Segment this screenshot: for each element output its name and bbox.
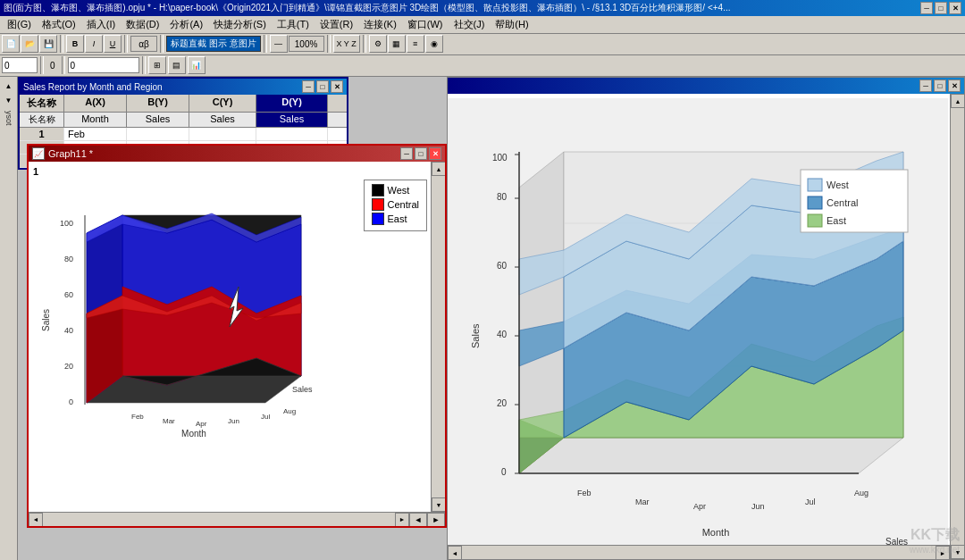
menu-format[interactable]: 格式(O) <box>37 17 81 32</box>
svg-text:Central: Central <box>827 197 858 208</box>
data-window-title-bar[interactable]: Sales Report by Month and Region ─ □ ✕ <box>20 79 347 95</box>
toolbar-more2[interactable]: ▦ <box>388 35 406 53</box>
scroll-up-btn[interactable]: ▲ <box>951 94 965 108</box>
graph11-scroll-up[interactable]: ▲ <box>432 162 445 176</box>
large-chart-scrollbar-h[interactable]: ◄ ► <box>448 545 950 559</box>
data-close[interactable]: ✕ <box>331 80 343 93</box>
cell-1-b[interactable] <box>127 128 189 140</box>
graph11-scroll-track[interactable] <box>432 176 445 497</box>
large-close[interactable]: ✕ <box>948 79 961 92</box>
toolbar-xyz[interactable]: X Y Z <box>333 35 360 53</box>
menu-tools[interactable]: 工具(T) <box>272 17 315 32</box>
graph11-hscroll-right[interactable]: ► <box>395 513 409 527</box>
close-btn[interactable]: ✕ <box>949 2 961 14</box>
svg-rect-42 <box>808 214 822 227</box>
menu-help[interactable]: 帮助(H) <box>490 17 533 32</box>
graph11-scrollbar-v[interactable]: ▲ ▼ <box>431 162 445 512</box>
graph11-scroll-down[interactable]: ▼ <box>432 497 445 512</box>
svg-text:40: 40 <box>64 326 73 335</box>
graph11-controls[interactable]: ─ □ ✕ <box>400 147 441 160</box>
scroll-track-h[interactable] <box>462 546 936 559</box>
toolbar-new-btn[interactable]: 📄 <box>2 35 20 53</box>
col-header-a[interactable]: A(X) <box>64 95 127 112</box>
toolbar-zoom[interactable]: 100% <box>289 36 324 52</box>
data-maximize[interactable]: □ <box>316 80 329 93</box>
toolbar-input-left[interactable]: 0 <box>2 57 38 73</box>
data-window-title-text: Sales Report by Month and Region <box>23 82 163 92</box>
legend-color-central <box>372 198 384 211</box>
large-chart-controls[interactable]: ─ □ ✕ <box>919 79 961 92</box>
graph11-tab-right[interactable]: ► <box>427 513 445 527</box>
svg-text:0: 0 <box>69 397 73 406</box>
toolbar-font-size[interactable]: αβ <box>130 36 157 52</box>
svg-text:Mar: Mar <box>635 497 650 506</box>
large-chart-title-bar[interactable]: ─ □ ✕ <box>448 78 964 94</box>
sidebar-arrow-down[interactable]: ▼ <box>2 93 16 107</box>
toolbar-e1[interactable]: ⊞ <box>148 56 166 74</box>
graph11-window: 📈 Graph11 * ─ □ ✕ 1 <box>27 144 447 528</box>
sidebar-label-ys: ys <box>4 111 13 119</box>
toolbar-open-btn[interactable]: 📂 <box>21 35 38 53</box>
graph11-icon: 📈 <box>32 147 45 160</box>
toolbar-italic-btn[interactable]: I <box>85 35 103 53</box>
maximize-btn[interactable]: □ <box>935 2 947 14</box>
graph11-title-icon: 📈 Graph11 * <box>32 147 93 160</box>
scroll-down-btn[interactable]: ▼ <box>951 545 965 559</box>
col-header-d[interactable]: D(Y) <box>256 95 328 112</box>
graph11-hscroll-left[interactable]: ◄ <box>29 513 43 527</box>
legend-label-west: West <box>388 185 410 196</box>
large-minimize[interactable]: ─ <box>919 79 932 92</box>
svg-text:West: West <box>827 180 849 190</box>
cell-1-month[interactable]: Feb <box>64 128 127 140</box>
menu-quick[interactable]: 快捷分析(S) <box>208 17 272 32</box>
toolbar-sep1 <box>60 35 63 53</box>
menu-data[interactable]: 数据(D) <box>121 17 164 32</box>
scroll-left-btn[interactable]: ◄ <box>448 546 462 560</box>
app-window-controls[interactable]: ─ □ ✕ <box>920 2 961 14</box>
toolbar-e3[interactable]: 📊 <box>188 56 206 74</box>
svg-text:Month: Month <box>181 429 206 439</box>
menu-connect[interactable]: 连接(K) <box>358 17 402 32</box>
sidebar-arrow-up[interactable]: ▲ <box>2 79 16 93</box>
graph11-hscroll-track[interactable] <box>43 513 395 527</box>
legend-item-west: West <box>372 184 419 196</box>
svg-text:Apr: Apr <box>693 502 706 511</box>
cell-1-d[interactable] <box>256 128 328 140</box>
toolbar-more4[interactable]: ◉ <box>425 35 443 53</box>
graph11-tab-left[interactable]: ◄ <box>409 513 427 527</box>
svg-text:Aug: Aug <box>283 407 296 415</box>
graph11-title-bar[interactable]: 📈 Graph11 * ─ □ ✕ <box>29 146 445 162</box>
large-maximize[interactable]: □ <box>934 79 946 92</box>
toolbar-input2[interactable]: 0 <box>68 57 139 73</box>
toolbar-e2[interactable]: ▤ <box>168 56 186 74</box>
menu-insert[interactable]: 插入(I) <box>81 17 121 32</box>
svg-text:80: 80 <box>497 192 508 202</box>
graph11-minimize[interactable]: ─ <box>400 147 413 160</box>
toolbar-line-btn[interactable]: — <box>270 35 288 53</box>
toolbar-area: 📄 📂 💾 B I U αβ 标题直截 图示 意图片 — 100% X Y Z … <box>0 34 965 77</box>
minimize-btn[interactable]: ─ <box>920 2 933 14</box>
small-3d-chart: 0 20 40 60 80 100 Sales Feb Mar Apr Jun … <box>33 171 373 439</box>
large-chart-scrollbar-v[interactable]: ▲ ▼ <box>950 94 964 559</box>
scroll-track-v[interactable] <box>951 108 964 545</box>
menu-analysis[interactable]: 分析(A) <box>164 17 208 32</box>
menu-settings[interactable]: 设置(R) <box>315 17 358 32</box>
col-header-extra <box>328 95 347 112</box>
col-header-b[interactable]: B(Y) <box>127 95 189 112</box>
data-window-controls[interactable]: ─ □ ✕ <box>302 80 343 93</box>
toolbar-more1[interactable]: ⚙ <box>369 35 387 53</box>
toolbar-bold-btn[interactable]: B <box>66 35 84 53</box>
menu-graph[interactable]: 图(G) <box>2 17 37 32</box>
toolbar-underline-btn[interactable]: U <box>104 35 122 53</box>
data-minimize[interactable]: ─ <box>302 80 315 93</box>
graph11-close[interactable]: ✕ <box>429 147 441 160</box>
scroll-right-btn[interactable]: ► <box>936 546 950 560</box>
menu-window[interactable]: 窗口(W) <box>402 17 449 32</box>
svg-text:Jul: Jul <box>805 497 816 506</box>
toolbar-more3[interactable]: ≡ <box>407 35 424 53</box>
toolbar-save-btn[interactable]: 💾 <box>39 35 57 53</box>
cell-1-c[interactable] <box>189 128 256 140</box>
graph11-maximize[interactable]: □ <box>415 147 427 160</box>
col-header-c[interactable]: C(Y) <box>189 95 256 112</box>
menu-social[interactable]: 社交(J) <box>449 17 491 32</box>
